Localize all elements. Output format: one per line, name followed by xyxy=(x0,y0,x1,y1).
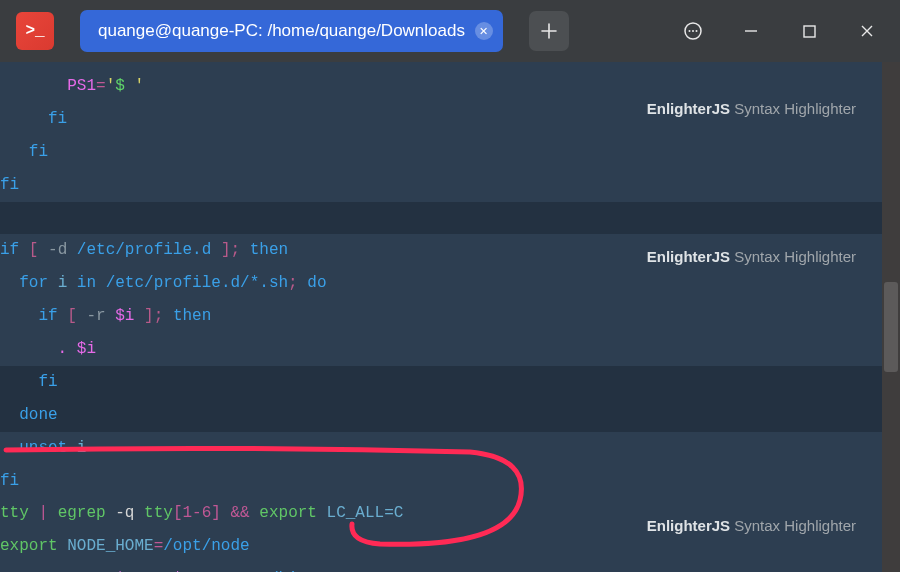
svg-point-1 xyxy=(689,30,691,32)
syntax-attribution: EnlighterJS Syntax Highlighter xyxy=(647,248,856,265)
close-window-button[interactable] xyxy=(842,11,892,51)
syntax-attribution: EnlighterJS Syntax Highlighter xyxy=(647,100,856,117)
code-line: fi xyxy=(0,136,900,169)
maximize-icon xyxy=(803,25,816,38)
code-line: fi xyxy=(0,366,900,399)
terminal-app-icon: >_ xyxy=(16,12,54,50)
syntax-attribution: EnlighterJS Syntax Highlighter xyxy=(647,517,856,534)
vertical-scrollbar[interactable] xyxy=(882,62,900,572)
terminal-viewport[interactable]: PS1='$ ' fi EnlighterJS Syntax Highlight… xyxy=(0,62,900,572)
code-line: export NODE_HOME=/opt/node xyxy=(0,530,900,563)
tab-title: quange@quange-PC: /home/quange/Downloads xyxy=(98,21,465,41)
menu-button[interactable] xyxy=(668,11,718,51)
code-line: if [ -r $i ]; then xyxy=(0,300,900,333)
terminal-tab[interactable]: quange@quange-PC: /home/quange/Downloads… xyxy=(80,10,503,52)
scrollbar-thumb[interactable] xyxy=(884,282,898,372)
code-line: for i in /etc/profile.d/*.sh; do xyxy=(0,267,900,300)
tab-close-icon[interactable]: ✕ xyxy=(475,22,493,40)
svg-point-2 xyxy=(692,30,694,32)
code-line: . $i xyxy=(0,333,900,366)
svg-rect-4 xyxy=(804,26,815,37)
code-line xyxy=(0,202,900,235)
minimize-button[interactable] xyxy=(726,11,776,51)
svg-point-3 xyxy=(696,30,698,32)
new-tab-button[interactable] xyxy=(529,11,569,51)
code-line: unset i xyxy=(0,432,900,465)
code-line: PS1='$ ' xyxy=(0,70,900,103)
title-bar: >_ quange@quange-PC: /home/quange/Downlo… xyxy=(0,0,900,62)
ellipsis-icon xyxy=(683,21,703,41)
code-line: fi xyxy=(0,169,900,202)
code-line: done xyxy=(0,399,900,432)
maximize-button[interactable] xyxy=(784,11,834,51)
code-line: export PATH=$PATH:$NODE_HOME/bin xyxy=(0,563,900,572)
code-line: fi xyxy=(0,465,900,498)
plus-icon xyxy=(541,23,557,39)
close-icon xyxy=(860,24,874,38)
minimize-icon xyxy=(744,24,758,38)
